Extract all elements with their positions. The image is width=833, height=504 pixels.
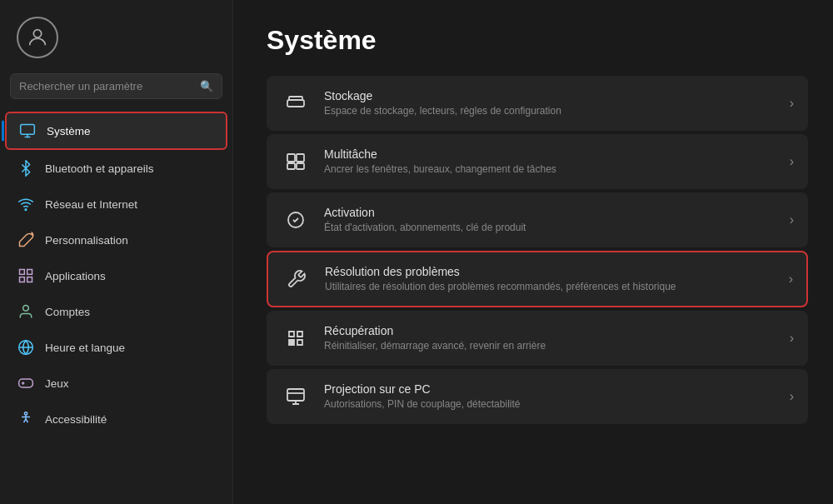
accessibility-icon xyxy=(17,410,35,428)
gamepad-icon xyxy=(17,374,35,392)
setting-stockage-title: Stockage xyxy=(324,89,781,102)
avatar xyxy=(17,17,58,58)
setting-multitache-text: Multitâche Ancrer les fenêtres, bureaux,… xyxy=(324,147,781,177)
setting-recuperation[interactable]: Récupération Réinitialiser, démarrage av… xyxy=(267,311,808,366)
svg-point-7 xyxy=(23,306,29,312)
svg-rect-12 xyxy=(289,97,302,100)
recovery-icon xyxy=(281,323,311,353)
setting-projection-desc: Autorisations, PIN de couplage, détectab… xyxy=(324,397,781,412)
svg-point-0 xyxy=(33,30,41,37)
chevron-right-icon: › xyxy=(790,389,794,404)
user-avatar-icon xyxy=(26,26,49,49)
sidebar-item-applications[interactable]: Applications xyxy=(5,258,227,293)
globe-icon xyxy=(17,338,35,357)
svg-rect-4 xyxy=(27,270,32,275)
sidebar-item-accessibilite[interactable]: Accessibilité xyxy=(5,402,227,437)
setting-multitache[interactable]: Multitâche Ancrer les fenêtres, bureaux,… xyxy=(267,134,808,189)
storage-icon xyxy=(281,88,311,118)
chevron-right-icon: › xyxy=(790,96,794,111)
projection-icon xyxy=(281,382,311,412)
sidebar-label-reseau: Réseau et Internet xyxy=(45,198,137,211)
setting-activation-title: Activation xyxy=(324,206,781,219)
setting-activation-desc: État d'activation, abonnements, clé de p… xyxy=(324,221,781,235)
sidebar-label-bluetooth: Bluetooth et appareils xyxy=(45,162,154,175)
sidebar-item-reseau[interactable]: Réseau et Internet xyxy=(5,187,227,222)
setting-activation[interactable]: Activation État d'activation, abonnement… xyxy=(267,192,808,247)
setting-projection[interactable]: Projection sur ce PC Autorisations, PIN … xyxy=(267,369,808,424)
sidebar-item-comptes[interactable]: Comptes xyxy=(5,294,227,329)
sidebar-label-heure: Heure et langue xyxy=(45,342,125,354)
sidebar-label-personnalisation: Personnalisation xyxy=(45,234,128,247)
page-title: Système xyxy=(267,25,808,56)
sidebar-label-applications: Applications xyxy=(45,270,106,282)
svg-rect-5 xyxy=(27,277,32,282)
svg-rect-16 xyxy=(297,163,304,169)
svg-rect-9 xyxy=(19,379,33,387)
sidebar-label-accessibilite: Accessibilité xyxy=(45,413,107,426)
sidebar-label-jeux: Jeux xyxy=(45,377,69,390)
sidebar-item-jeux[interactable]: Jeux xyxy=(5,366,227,401)
svg-point-2 xyxy=(25,209,27,211)
svg-point-10 xyxy=(24,412,27,415)
setting-resolution-desc: Utilitaires de résolution des problèmes … xyxy=(325,280,781,294)
svg-rect-11 xyxy=(287,100,304,107)
setting-stockage[interactable]: Stockage Espace de stockage, lecteurs, r… xyxy=(267,76,808,131)
setting-resolution-text: Résolution des problèmes Utilitaires de … xyxy=(325,265,781,294)
nav-items: Système Bluetooth et appareils Réseau xyxy=(0,111,232,504)
svg-rect-13 xyxy=(287,154,295,162)
svg-rect-18 xyxy=(287,389,304,401)
settings-list: Stockage Espace de stockage, lecteurs, r… xyxy=(267,76,808,424)
svg-rect-6 xyxy=(20,277,25,282)
sidebar-item-heure[interactable]: Heure et langue xyxy=(5,330,227,365)
setting-activation-text: Activation État d'activation, abonnement… xyxy=(324,206,781,235)
sidebar-item-bluetooth[interactable]: Bluetooth et appareils xyxy=(5,151,227,186)
main-content: Système Stockage Espace de stockage, lec… xyxy=(233,0,833,504)
bluetooth-icon xyxy=(17,159,35,177)
setting-multitache-title: Multitâche xyxy=(324,147,781,161)
chevron-right-icon: › xyxy=(790,331,794,346)
setting-multitache-desc: Ancrer les fenêtres, bureaux, changement… xyxy=(324,162,781,177)
monitor-icon xyxy=(18,122,37,140)
sidebar: 🔍 Système Bluetooth et appareils xyxy=(0,0,233,504)
setting-stockage-text: Stockage Espace de stockage, lecteurs, r… xyxy=(324,89,781,118)
setting-projection-text: Projection sur ce PC Autorisations, PIN … xyxy=(324,382,781,412)
setting-recuperation-desc: Réinitialiser, démarrage avancé, revenir… xyxy=(324,339,781,353)
setting-recuperation-text: Récupération Réinitialiser, démarrage av… xyxy=(324,324,781,353)
sidebar-item-personnalisation[interactable]: Personnalisation xyxy=(5,222,227,257)
search-icon: 🔍 xyxy=(200,80,213,92)
multitask-icon xyxy=(281,147,311,177)
activation-icon xyxy=(281,205,311,235)
setting-recuperation-title: Récupération xyxy=(324,324,781,337)
chevron-right-icon: › xyxy=(790,212,794,227)
svg-rect-3 xyxy=(20,270,25,275)
setting-stockage-desc: Espace de stockage, lecteurs, règles de … xyxy=(324,104,781,118)
sidebar-label-systeme: Système xyxy=(47,125,91,137)
setting-resolution[interactable]: Résolution des problèmes Utilitaires de … xyxy=(267,251,808,307)
wifi-icon xyxy=(17,195,35,213)
brush-icon xyxy=(17,231,35,249)
chevron-right-icon: › xyxy=(789,272,793,287)
user-icon xyxy=(17,302,35,321)
sidebar-label-comptes: Comptes xyxy=(45,306,90,318)
setting-projection-title: Projection sur ce PC xyxy=(324,382,781,396)
setting-resolution-title: Résolution des problèmes xyxy=(325,265,781,278)
svg-rect-15 xyxy=(287,163,295,169)
svg-rect-14 xyxy=(297,154,304,162)
svg-rect-1 xyxy=(21,125,35,135)
wrench-icon xyxy=(282,264,312,294)
search-input[interactable] xyxy=(19,80,195,92)
sidebar-item-systeme[interactable]: Système xyxy=(5,112,227,150)
search-box[interactable]: 🔍 xyxy=(10,73,222,99)
grid-icon xyxy=(17,267,35,285)
chevron-right-icon: › xyxy=(790,154,794,169)
